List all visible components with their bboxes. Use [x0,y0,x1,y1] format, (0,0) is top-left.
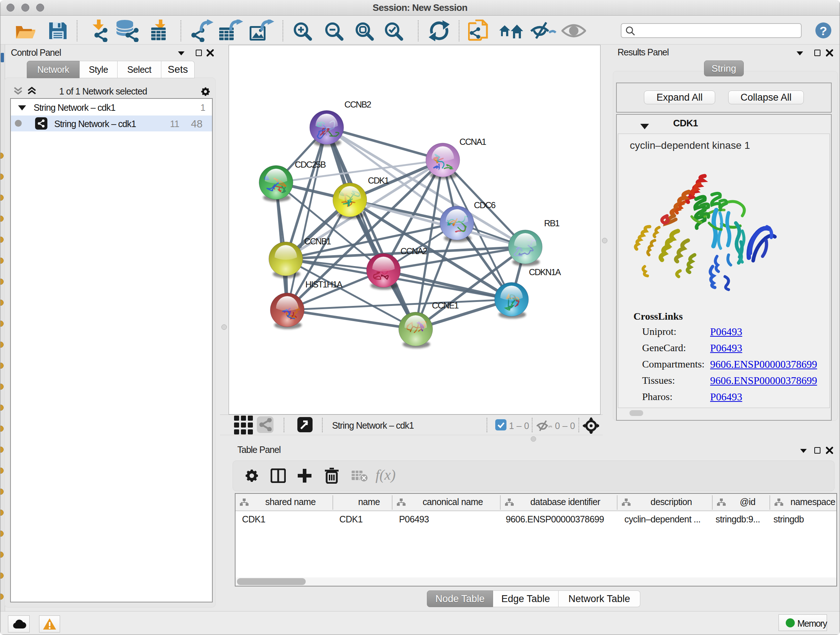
svg-text:CDC25B: CDC25B [295,160,325,169]
svg-text:CCNE1: CCNE1 [432,301,459,310]
svg-text:HIST1H1A: HIST1H1A [305,279,343,289]
svg-text:CCNA2: CCNA2 [401,246,427,256]
svg-text:CCNB1: CCNB1 [304,236,331,246]
svg-text:CDKN1A: CDKN1A [529,267,561,277]
svg-text:CDC6: CDC6 [474,200,496,210]
svg-text:RB1: RB1 [544,218,560,228]
svg-text:CCNB2: CCNB2 [344,100,371,109]
svg-text:CCNA1: CCNA1 [459,137,486,147]
svg-text:CDK1: CDK1 [368,176,389,185]
